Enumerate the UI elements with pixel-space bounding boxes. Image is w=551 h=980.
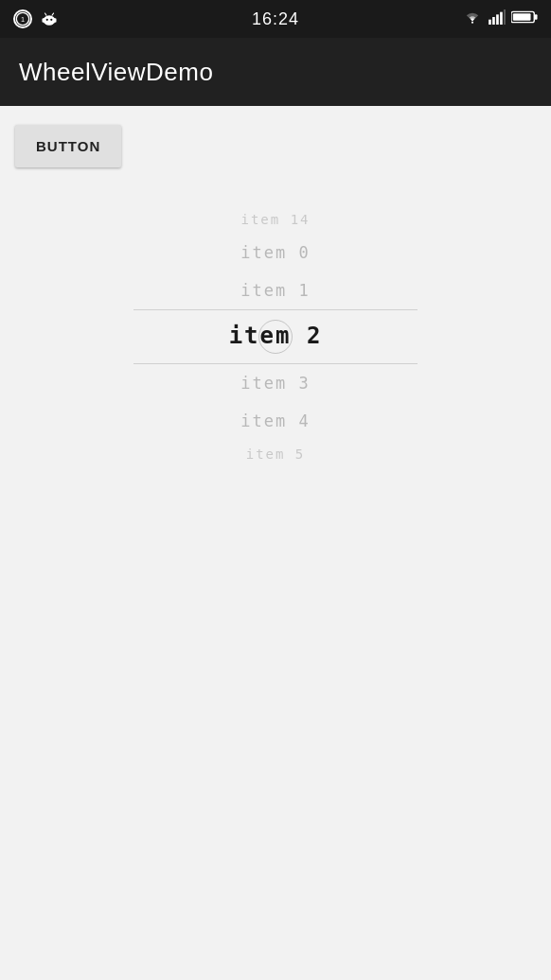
signal-icon (489, 9, 506, 28)
wheel-item-5: item 5 (133, 440, 418, 468)
svg-rect-15 (504, 9, 506, 25)
app-bar: WheelViewDemo (0, 38, 551, 106)
svg-line-7 (52, 13, 54, 15)
main-button[interactable]: BUTTON (15, 125, 121, 167)
svg-rect-17 (535, 14, 538, 20)
status-bar: 1 16:24 (0, 0, 551, 38)
svg-rect-12 (492, 17, 495, 25)
wifi-icon (462, 9, 483, 28)
svg-text:1: 1 (21, 15, 25, 24)
svg-rect-18 (513, 13, 531, 20)
wheel-item-2: item 2 (229, 310, 323, 362)
content-area: BUTTON item 14 item 0 item 1 item 2 item… (0, 106, 551, 980)
svg-rect-9 (54, 18, 56, 23)
android-icon (40, 9, 59, 28)
app-title: WheelViewDemo (19, 58, 213, 87)
notification-icon: 1 (13, 9, 32, 28)
wheel-view[interactable]: item 14 item 0 item 1 item 2 item 3 item… (133, 205, 418, 468)
status-time: 16:24 (252, 9, 299, 29)
wheel-item-14: item 14 (133, 205, 418, 234)
wheel-item-3: item 3 (133, 364, 418, 402)
wheel-selected-row: item 2 (133, 310, 418, 362)
wheel-item-0: item 0 (133, 234, 418, 271)
status-left-icons: 1 (13, 9, 59, 28)
svg-point-4 (46, 19, 48, 21)
svg-line-6 (45, 13, 47, 15)
svg-point-10 (471, 22, 473, 24)
battery-icon (511, 9, 538, 28)
status-right-icons (462, 9, 538, 28)
svg-rect-3 (44, 18, 55, 24)
svg-rect-11 (489, 20, 491, 25)
svg-point-5 (50, 19, 52, 21)
wheel-item-4: item 4 (133, 402, 418, 440)
svg-rect-14 (500, 12, 503, 25)
svg-rect-13 (496, 14, 499, 25)
wheel-item-1: item 1 (133, 271, 418, 309)
svg-rect-8 (43, 18, 44, 23)
